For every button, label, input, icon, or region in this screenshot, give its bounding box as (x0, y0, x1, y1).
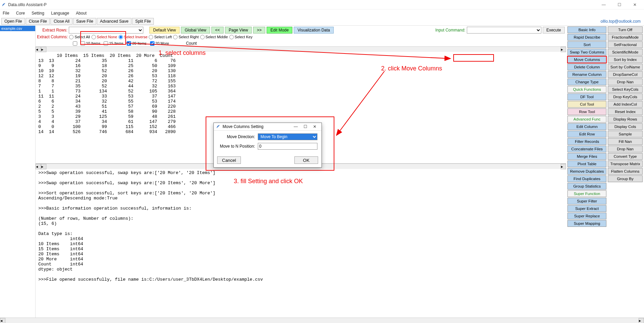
drop-same-col-button[interactable]: DropSameCol (608, 71, 642, 78)
fractional-mode-button[interactable]: FractionalMode (608, 34, 642, 41)
window-minimize-button[interactable]: — (596, 0, 611, 9)
extract-rows-combo[interactable] (69, 27, 143, 34)
change-type-button[interactable]: Change Type (567, 79, 606, 85)
basic-info-button[interactable]: Basic Info (567, 26, 606, 33)
merge-files-button[interactable]: Merge Files (567, 153, 606, 160)
edit-mode-button[interactable]: Edit Mode (267, 27, 292, 34)
convert-type-button[interactable]: Convert Type (608, 153, 642, 160)
filter-records-button[interactable]: Filter Records (567, 138, 606, 145)
super-filter-button[interactable]: Super Filter (567, 198, 606, 204)
dialog-minimize-button[interactable]: — (291, 124, 300, 129)
rapid-describe-button[interactable]: Rapid Describe (567, 34, 606, 41)
drop-nan2-button[interactable]: Drop Nan (608, 146, 642, 152)
select-keycols-button[interactable]: Select KeyCols (608, 86, 642, 93)
close-file-button[interactable]: Close File (26, 18, 50, 25)
execute-button[interactable]: Execute (543, 27, 565, 34)
global-view-button[interactable]: Global View (181, 27, 210, 34)
edit-row-button[interactable]: Edit Row (567, 131, 606, 137)
remove-duplicates-button[interactable]: Remove Duplicates (567, 168, 606, 175)
dialog-ok-button[interactable]: OK (294, 156, 318, 164)
extract-columns-label: Extract Columns: (37, 35, 68, 39)
window-maximize-button[interactable]: ☐ (611, 0, 627, 9)
move-position-input[interactable] (258, 143, 317, 150)
add-indexcol-button[interactable]: Add IndexCol (608, 101, 642, 108)
col-scrollbar[interactable]: ◂ ▸ ▸ (36, 46, 566, 52)
df-tool-button[interactable]: DF Tool (567, 93, 606, 100)
select-key-radio[interactable]: Select Key (229, 35, 253, 39)
visualization-button[interactable]: Visualization Data (294, 27, 334, 34)
find-duplicates-button[interactable]: Find Duplicates (567, 175, 606, 182)
advanced-save-button[interactable]: Advanced Save (97, 18, 131, 25)
scientific-mode-button[interactable]: ScientificlMode (608, 49, 642, 56)
row-tool-button[interactable]: Row Tool (567, 108, 606, 115)
sample-button[interactable]: Sample (608, 131, 642, 137)
transpose-matrix-button[interactable]: Transpose Matrix (608, 160, 642, 167)
save-file-button[interactable]: Save File (73, 18, 96, 25)
concatenate-files-button[interactable]: Concatenate Files (567, 146, 606, 152)
select-inverse-radio[interactable]: Select Inverse (119, 35, 148, 39)
sort-button[interactable]: Sort (567, 41, 606, 48)
drop-keycols-button[interactable]: Drop KeyCols (608, 93, 642, 100)
select-none-radio[interactable]: Select None (91, 35, 117, 39)
edit-column-button[interactable]: Edit Column (567, 123, 606, 130)
menu-core[interactable]: Core (15, 11, 26, 16)
move-direction-label: Move Direction: (218, 134, 255, 139)
swap-columns-button[interactable]: Swap Two Columns (567, 49, 606, 56)
dialog-cancel-button[interactable]: Cancel (217, 156, 241, 164)
select-all-radio[interactable]: Select All (69, 35, 90, 39)
col-20more-checkbox[interactable]: 20 More (150, 41, 169, 46)
move-columns-button[interactable]: Move Columns (567, 56, 606, 63)
window-close-button[interactable]: ✕ (627, 0, 643, 9)
default-view-button[interactable]: Default View (149, 27, 180, 34)
menu-setting[interactable]: Setting (30, 11, 45, 16)
page-view-button[interactable]: Page View (225, 27, 252, 34)
next-page-button[interactable]: >> (253, 27, 265, 34)
window-bottom-scrollbar[interactable]: ◂ ▸ (0, 318, 644, 323)
select-middle-radio[interactable]: Select Middle (200, 35, 228, 39)
sort-by-index-button[interactable]: Sort by Index (608, 56, 642, 63)
right-side-panels: Basic Info Rapid Describe Sort Swap Two … (566, 26, 644, 318)
select-left-radio[interactable]: Select Left (149, 35, 172, 39)
sort-by-colname-button[interactable]: Sort by ColName (608, 64, 642, 70)
input-command-combo[interactable] (467, 27, 541, 34)
super-extract-button[interactable]: Super Extract (567, 205, 606, 212)
group-statistics-button[interactable]: Group Statistics (567, 183, 606, 190)
display-cols-button[interactable]: Display Cols (608, 123, 642, 130)
drop-nan-button[interactable]: Drop Nan (608, 79, 642, 85)
rename-column-button[interactable]: Rename Column (567, 71, 606, 78)
group-by-button[interactable]: Group By (608, 175, 642, 182)
contact-email[interactable]: olllo.top@outlook.com (601, 19, 643, 24)
dialog-title: Move Columns Setting (223, 124, 264, 129)
pivot-table-button[interactable]: Pivot Table (567, 160, 606, 167)
col-tool-button[interactable]: Col Tool (567, 101, 606, 108)
split-file-button[interactable]: Split File (132, 18, 154, 25)
delete-column-button[interactable]: Delete Column (567, 64, 606, 70)
move-direction-select[interactable]: Move To Begin (258, 133, 317, 140)
flatten-columns-button[interactable]: Flatten Columns (608, 168, 642, 175)
secondary-function-panel: Turn Off FractionalMode SetFractional Sc… (608, 26, 642, 317)
prev-page-button[interactable]: << (211, 27, 224, 34)
menu-about[interactable]: About (75, 11, 88, 16)
open-file-button[interactable]: Open File (1, 18, 25, 25)
turn-off-button[interactable]: Turn Off (608, 26, 642, 33)
dialog-close-button[interactable]: ✕ (310, 124, 319, 129)
select-right-radio[interactable]: Select Right (173, 35, 199, 39)
blank-col-checkbox[interactable] (73, 41, 77, 46)
col-10items-checkbox[interactable]: 10 Items (81, 41, 100, 46)
dialog-maximize-button[interactable]: ☐ (300, 124, 310, 129)
extract-columns-row: Extract Columns: Select All Select None … (36, 35, 566, 40)
col-15items-checkbox[interactable]: 15 Items (104, 41, 123, 46)
fill-nan-button[interactable]: Fill Nan (608, 138, 642, 145)
file-tab-example[interactable]: example.csv (0, 26, 35, 31)
menu-file[interactable]: File (1, 11, 11, 16)
set-fractional-button[interactable]: SetFractional (608, 41, 642, 48)
super-replace-button[interactable]: Super Replace (567, 213, 606, 219)
display-rows-button[interactable]: Display Rows (608, 116, 642, 123)
col-20items-checkbox[interactable]: 20 Items (127, 41, 146, 46)
menu-language[interactable]: Language (50, 11, 70, 16)
super-mapping-button[interactable]: Super Mapping (567, 220, 606, 227)
file-list-panel: example.csv (0, 26, 36, 318)
log-output[interactable]: >>>Swap operation successful, swap keys … (36, 169, 566, 318)
reset-index-button[interactable]: Reset Index (608, 108, 642, 115)
close-all-button[interactable]: Close All (50, 18, 72, 25)
